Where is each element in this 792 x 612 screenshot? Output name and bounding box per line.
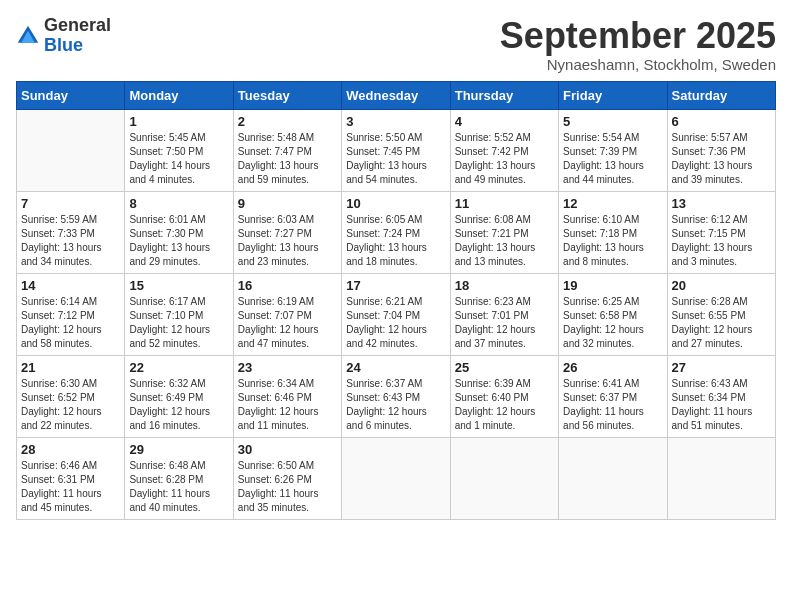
day-number: 30 [238,442,337,457]
day-info: Sunrise: 5:50 AMSunset: 7:45 PMDaylight:… [346,131,445,187]
calendar-cell: 24Sunrise: 6:37 AMSunset: 6:43 PMDayligh… [342,355,450,437]
day-info: Sunrise: 6:23 AMSunset: 7:01 PMDaylight:… [455,295,554,351]
day-info: Sunrise: 6:46 AMSunset: 6:31 PMDaylight:… [21,459,120,515]
day-number: 11 [455,196,554,211]
calendar-cell [450,437,558,519]
day-number: 3 [346,114,445,129]
calendar-week-row: 14Sunrise: 6:14 AMSunset: 7:12 PMDayligh… [17,273,776,355]
day-info: Sunrise: 5:57 AMSunset: 7:36 PMDaylight:… [672,131,771,187]
day-info: Sunrise: 6:43 AMSunset: 6:34 PMDaylight:… [672,377,771,433]
day-info: Sunrise: 6:12 AMSunset: 7:15 PMDaylight:… [672,213,771,269]
day-info: Sunrise: 5:45 AMSunset: 7:50 PMDaylight:… [129,131,228,187]
calendar-cell: 21Sunrise: 6:30 AMSunset: 6:52 PMDayligh… [17,355,125,437]
day-number: 25 [455,360,554,375]
day-number: 5 [563,114,662,129]
day-number: 24 [346,360,445,375]
calendar-cell: 25Sunrise: 6:39 AMSunset: 6:40 PMDayligh… [450,355,558,437]
day-info: Sunrise: 6:25 AMSunset: 6:58 PMDaylight:… [563,295,662,351]
calendar-cell: 29Sunrise: 6:48 AMSunset: 6:28 PMDayligh… [125,437,233,519]
day-number: 2 [238,114,337,129]
weekday-header-sunday: Sunday [17,81,125,109]
calendar-cell: 6Sunrise: 5:57 AMSunset: 7:36 PMDaylight… [667,109,775,191]
day-number: 6 [672,114,771,129]
logo: General Blue [16,16,111,56]
day-number: 8 [129,196,228,211]
day-number: 12 [563,196,662,211]
calendar-cell: 19Sunrise: 6:25 AMSunset: 6:58 PMDayligh… [559,273,667,355]
day-info: Sunrise: 6:01 AMSunset: 7:30 PMDaylight:… [129,213,228,269]
calendar-cell: 30Sunrise: 6:50 AMSunset: 6:26 PMDayligh… [233,437,341,519]
day-number: 17 [346,278,445,293]
calendar-cell: 9Sunrise: 6:03 AMSunset: 7:27 PMDaylight… [233,191,341,273]
day-number: 16 [238,278,337,293]
day-info: Sunrise: 6:32 AMSunset: 6:49 PMDaylight:… [129,377,228,433]
day-info: Sunrise: 6:03 AMSunset: 7:27 PMDaylight:… [238,213,337,269]
calendar-week-row: 7Sunrise: 5:59 AMSunset: 7:33 PMDaylight… [17,191,776,273]
day-number: 10 [346,196,445,211]
day-info: Sunrise: 6:30 AMSunset: 6:52 PMDaylight:… [21,377,120,433]
day-info: Sunrise: 6:41 AMSunset: 6:37 PMDaylight:… [563,377,662,433]
location-subtitle: Nynaeshamn, Stockholm, Sweden [500,56,776,73]
day-number: 27 [672,360,771,375]
calendar-cell: 2Sunrise: 5:48 AMSunset: 7:47 PMDaylight… [233,109,341,191]
calendar-cell: 13Sunrise: 6:12 AMSunset: 7:15 PMDayligh… [667,191,775,273]
calendar-cell: 4Sunrise: 5:52 AMSunset: 7:42 PMDaylight… [450,109,558,191]
weekday-header-row: SundayMondayTuesdayWednesdayThursdayFrid… [17,81,776,109]
day-number: 19 [563,278,662,293]
calendar-cell: 11Sunrise: 6:08 AMSunset: 7:21 PMDayligh… [450,191,558,273]
day-number: 14 [21,278,120,293]
day-number: 28 [21,442,120,457]
calendar-cell: 28Sunrise: 6:46 AMSunset: 6:31 PMDayligh… [17,437,125,519]
day-info: Sunrise: 5:48 AMSunset: 7:47 PMDaylight:… [238,131,337,187]
day-info: Sunrise: 5:52 AMSunset: 7:42 PMDaylight:… [455,131,554,187]
calendar-week-row: 21Sunrise: 6:30 AMSunset: 6:52 PMDayligh… [17,355,776,437]
weekday-header-friday: Friday [559,81,667,109]
logo-text: General Blue [44,16,111,56]
calendar-cell [342,437,450,519]
day-number: 1 [129,114,228,129]
day-info: Sunrise: 6:08 AMSunset: 7:21 PMDaylight:… [455,213,554,269]
day-number: 9 [238,196,337,211]
day-number: 18 [455,278,554,293]
day-number: 7 [21,196,120,211]
calendar-cell: 27Sunrise: 6:43 AMSunset: 6:34 PMDayligh… [667,355,775,437]
calendar-cell: 12Sunrise: 6:10 AMSunset: 7:18 PMDayligh… [559,191,667,273]
day-number: 26 [563,360,662,375]
calendar-cell: 15Sunrise: 6:17 AMSunset: 7:10 PMDayligh… [125,273,233,355]
day-info: Sunrise: 6:19 AMSunset: 7:07 PMDaylight:… [238,295,337,351]
day-info: Sunrise: 6:48 AMSunset: 6:28 PMDaylight:… [129,459,228,515]
calendar-cell [667,437,775,519]
day-info: Sunrise: 6:37 AMSunset: 6:43 PMDaylight:… [346,377,445,433]
day-info: Sunrise: 6:10 AMSunset: 7:18 PMDaylight:… [563,213,662,269]
day-info: Sunrise: 6:50 AMSunset: 6:26 PMDaylight:… [238,459,337,515]
calendar-cell [559,437,667,519]
day-number: 23 [238,360,337,375]
calendar-cell [17,109,125,191]
day-number: 15 [129,278,228,293]
calendar-week-row: 1Sunrise: 5:45 AMSunset: 7:50 PMDaylight… [17,109,776,191]
month-title: September 2025 [500,16,776,56]
logo-icon [16,24,40,48]
title-area: September 2025 Nynaeshamn, Stockholm, Sw… [500,16,776,73]
calendar-cell: 8Sunrise: 6:01 AMSunset: 7:30 PMDaylight… [125,191,233,273]
day-info: Sunrise: 6:39 AMSunset: 6:40 PMDaylight:… [455,377,554,433]
calendar-cell: 20Sunrise: 6:28 AMSunset: 6:55 PMDayligh… [667,273,775,355]
day-number: 20 [672,278,771,293]
day-info: Sunrise: 6:05 AMSunset: 7:24 PMDaylight:… [346,213,445,269]
weekday-header-monday: Monday [125,81,233,109]
weekday-header-saturday: Saturday [667,81,775,109]
calendar-cell: 17Sunrise: 6:21 AMSunset: 7:04 PMDayligh… [342,273,450,355]
day-info: Sunrise: 6:14 AMSunset: 7:12 PMDaylight:… [21,295,120,351]
calendar-cell: 23Sunrise: 6:34 AMSunset: 6:46 PMDayligh… [233,355,341,437]
calendar-cell: 22Sunrise: 6:32 AMSunset: 6:49 PMDayligh… [125,355,233,437]
day-number: 21 [21,360,120,375]
day-number: 4 [455,114,554,129]
day-info: Sunrise: 6:21 AMSunset: 7:04 PMDaylight:… [346,295,445,351]
calendar-cell: 7Sunrise: 5:59 AMSunset: 7:33 PMDaylight… [17,191,125,273]
calendar-week-row: 28Sunrise: 6:46 AMSunset: 6:31 PMDayligh… [17,437,776,519]
calendar-cell: 1Sunrise: 5:45 AMSunset: 7:50 PMDaylight… [125,109,233,191]
page-header: General Blue September 2025 Nynaeshamn, … [16,16,776,73]
weekday-header-thursday: Thursday [450,81,558,109]
day-info: Sunrise: 5:54 AMSunset: 7:39 PMDaylight:… [563,131,662,187]
day-info: Sunrise: 6:17 AMSunset: 7:10 PMDaylight:… [129,295,228,351]
